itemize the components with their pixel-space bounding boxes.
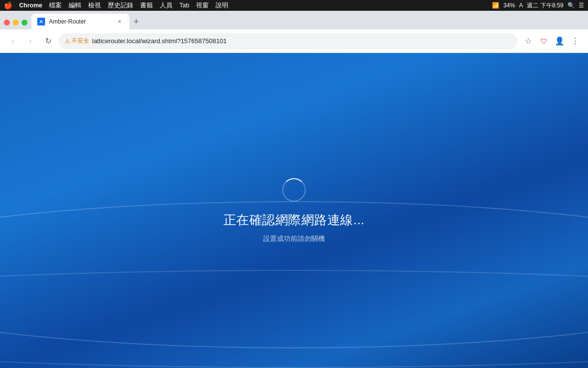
tab-close-button[interactable]: × — [116, 18, 123, 26]
extension-button[interactable]: 🛡 — [537, 34, 551, 48]
loading-spinner — [282, 178, 306, 202]
toolbar-icons: ☆ 🛡 👤 ⋮ — [521, 34, 582, 48]
tab-favicon: A — [37, 18, 45, 26]
apple-logo-icon[interactable]: 🍎 — [4, 1, 12, 9]
url-text: latticerouter.local/wizard.shtml?1576587… — [92, 37, 227, 45]
spotlight-icon[interactable]: 🔍 — [567, 2, 575, 9]
wifi-icon: 📶 — [492, 2, 499, 9]
menubar-tab[interactable]: Tab — [179, 2, 189, 9]
battery-status: 34% — [503, 2, 515, 9]
input-method-icon: A — [519, 2, 523, 9]
menubar-bookmarks[interactable]: 書籤 — [140, 1, 153, 10]
wave-decoration-2 — [0, 270, 588, 368]
warning-icon: ⚠ — [65, 38, 70, 45]
forward-button[interactable]: › — [24, 34, 37, 48]
back-button[interactable]: ‹ — [6, 34, 20, 48]
window-close-button[interactable] — [4, 20, 10, 26]
loading-subtitle: 設置成功前請勿關機 — [263, 235, 325, 243]
active-tab[interactable]: A Amber-Router × — [31, 14, 129, 29]
profile-button[interactable]: 👤 — [553, 34, 566, 48]
menu-button[interactable]: ⋮ — [568, 34, 582, 48]
menubar-view[interactable]: 檢視 — [88, 1, 101, 10]
new-tab-button[interactable]: + — [129, 15, 143, 28]
bookmark-button[interactable]: ☆ — [521, 34, 535, 48]
tab-title: Amber-Router — [49, 18, 112, 25]
loading-title: 正在確認網際網路連線... — [223, 211, 365, 229]
control-center-icon[interactable]: ☰ — [579, 2, 584, 9]
menubar-window[interactable]: 視窗 — [196, 1, 209, 10]
menubar: 🍎 Chrome 檔案 編輯 檢視 歷史記錄 書籤 人員 Tab 視窗 說明 📶… — [0, 0, 588, 11]
menubar-edit[interactable]: 編輯 — [69, 1, 81, 10]
chrome-window: A Amber-Router × + ‹ › ↻ ⚠ 不安全 latticero… — [0, 11, 588, 368]
menubar-history[interactable]: 歷史記錄 — [108, 1, 133, 10]
url-bar[interactable]: ⚠ 不安全 latticerouter.local/wizard.shtml?1… — [59, 33, 517, 49]
security-indicator: ⚠ 不安全 — [65, 37, 89, 45]
tab-bar: A Amber-Router × + — [0, 11, 588, 29]
clock: 週二 下午8:59 — [527, 1, 564, 10]
menubar-file[interactable]: 檔案 — [49, 1, 62, 10]
window-maximize-button[interactable] — [22, 20, 27, 26]
menubar-right: 📶 34% A 週二 下午8:59 🔍 ☰ — [492, 1, 584, 10]
window-controls — [4, 20, 31, 29]
reload-button[interactable]: ↻ — [41, 34, 55, 48]
window-minimize-button[interactable] — [13, 20, 19, 26]
page-content: 正在確認網際網路連線... 設置成功前請勿關機 — [0, 53, 588, 368]
menubar-help[interactable]: 說明 — [216, 1, 228, 10]
menubar-people[interactable]: 人員 — [160, 1, 172, 10]
loading-container: 正在確認網際網路連線... 設置成功前請勿關機 — [223, 178, 365, 243]
address-bar: ‹ › ↻ ⚠ 不安全 latticerouter.local/wizard.s… — [0, 29, 588, 53]
menubar-app-name[interactable]: Chrome — [19, 2, 42, 9]
menubar-left: 🍎 Chrome 檔案 編輯 檢視 歷史記錄 書籤 人員 Tab 視窗 說明 — [4, 1, 485, 10]
security-label: 不安全 — [72, 37, 89, 45]
